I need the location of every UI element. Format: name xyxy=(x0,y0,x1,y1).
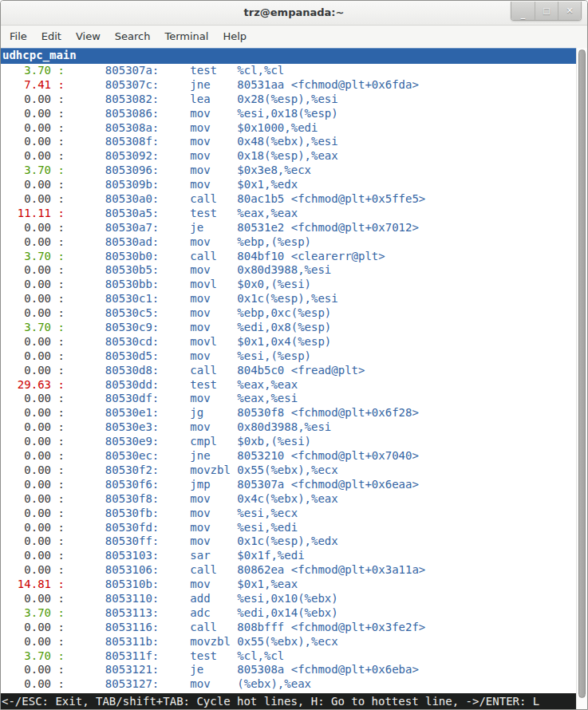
asm-row[interactable]: 0.00 : 80530f6: jmp 805307a <fchmod@plt+… xyxy=(1,478,576,492)
percent-cell: 3.70 xyxy=(1,606,51,621)
address-cell: 80530c5: xyxy=(71,306,159,321)
address-cell: 80530e9: xyxy=(71,435,159,449)
menu-file[interactable]: File xyxy=(2,26,34,48)
asm-row[interactable]: 0.00 : 80530fb: mov %esi,%ecx xyxy=(1,507,576,521)
asm-row[interactable]: 0.00 : 8053092: mov 0x18(%esp),%eax xyxy=(1,149,576,164)
asm-row[interactable]: 0.00 : 80530c5: mov %ebp,0xc(%esp) xyxy=(1,306,576,321)
instruction-cell: movl $0x0,(%esi) xyxy=(190,278,311,292)
menu-edit[interactable]: Edit xyxy=(34,26,69,48)
menu-terminal[interactable]: Terminal xyxy=(157,26,215,48)
address-cell: 805310b: xyxy=(71,578,159,592)
instruction-cell: je 805308a <fchmod@plt+0x6eba> xyxy=(190,663,419,677)
asm-row[interactable]: 0.00 : 80530bb: movl $0x0,(%esi) xyxy=(1,278,576,292)
instruction-cell: mov 0x18(%esp),%eax xyxy=(190,149,337,164)
separator: : xyxy=(51,663,71,677)
asm-row[interactable]: 3.70 : 80530b0: call 804bf10 <clearerr@p… xyxy=(1,250,576,264)
menu-view[interactable]: View xyxy=(69,26,108,48)
asm-row[interactable]: 0.00 : 8053110: add %esi,0x10(%ebx) xyxy=(1,592,576,606)
asm-row[interactable]: 3.70 : 8053096: mov $0x3e8,%ecx xyxy=(1,164,576,178)
asm-row[interactable]: 7.41 : 805307c: jne 80531aa <fchmod@plt+… xyxy=(1,78,576,93)
asm-row[interactable]: 14.81 : 805310b: mov $0x1,%eax xyxy=(1,578,576,592)
asm-row[interactable]: 0.00 : 80530c1: mov 0x1c(%esp),%esi xyxy=(1,292,576,306)
separator: : xyxy=(51,621,71,635)
percent-cell: 0.00 xyxy=(1,235,51,250)
separator: : xyxy=(51,250,71,264)
asm-row[interactable]: 0.00 : 80530e3: mov 0x80d3988,%esi xyxy=(1,420,576,435)
instruction-cell: test %eax,%eax xyxy=(190,378,298,392)
asm-row[interactable]: 0.00 : 80530fd: mov %esi,%edi xyxy=(1,521,576,535)
asm-row[interactable]: 0.00 : 8053103: sar $0x1f,%edi xyxy=(1,549,576,563)
percent-cell: 0.00 xyxy=(1,635,51,649)
menu-help[interactable]: Help xyxy=(215,26,254,48)
asm-row[interactable]: 0.00 : 80530ec: jne 8053210 <fchmod@plt+… xyxy=(1,449,576,463)
asm-row[interactable]: 0.00 : 8053082: lea 0x28(%esp),%esi xyxy=(1,93,576,107)
asm-row[interactable]: 0.00 : 80530a0: call 80ac1b5 <fchmod@plt… xyxy=(1,192,576,207)
titlebar[interactable]: trz@empanada:~ _ □ ✕ xyxy=(1,1,587,26)
address-cell: 8053106: xyxy=(71,563,159,578)
asm-row[interactable]: 0.00 : 80530d8: call 804b5c0 <fread@plt> xyxy=(1,364,576,378)
instruction-cell: mov $0x3e8,%ecx xyxy=(190,164,311,178)
address-cell: 8053121: xyxy=(71,663,159,677)
minimize-button[interactable]: _ xyxy=(511,2,535,20)
asm-row[interactable]: 0.00 : 8053121: je 805308a <fchmod@plt+0… xyxy=(1,663,576,677)
percent-cell: 14.81 xyxy=(1,578,51,592)
asm-row[interactable]: 0.00 : 80530b5: mov 0x80d3988,%esi xyxy=(1,263,576,278)
separator: : xyxy=(51,221,71,235)
menu-search[interactable]: Search xyxy=(108,26,158,48)
separator: : xyxy=(51,364,71,378)
separator: : xyxy=(51,578,71,592)
asm-row[interactable]: 0.00 : 80530e9: cmpl $0xb,(%esi) xyxy=(1,435,576,449)
asm-row[interactable]: 0.00 : 8053116: call 808bfff <fchmod@plt… xyxy=(1,621,576,635)
percent-cell: 0.00 xyxy=(1,563,51,578)
close-button[interactable]: ✕ xyxy=(558,2,581,20)
separator: : xyxy=(51,93,71,107)
asm-row[interactable]: 0.00 : 80530e1: jg 80530f8 <fchmod@plt+0… xyxy=(1,406,576,420)
asm-row[interactable]: 3.70 : 805307a: test %cl,%cl xyxy=(1,64,576,78)
asm-row[interactable]: 0.00 : 805309b: mov $0x1,%edx xyxy=(1,178,576,192)
instruction-cell: mov $0x1,%eax xyxy=(190,578,298,592)
percent-cell: 0.00 xyxy=(1,306,51,321)
scrollbar[interactable] xyxy=(576,48,587,709)
instruction-cell: mov %esi,%edi xyxy=(190,521,298,535)
percent-cell: 0.00 xyxy=(1,349,51,364)
asm-row[interactable]: 0.00 : 80530a7: je 80531e2 <fchmod@plt+0… xyxy=(1,221,576,235)
asm-row[interactable]: 0.00 : 80530df: mov %eax,%esi xyxy=(1,392,576,406)
asm-row[interactable]: 0.00 : 80530ff: mov 0x1c(%esp),%edx xyxy=(1,534,576,549)
asm-row[interactable]: 0.00 : 805311b: movzbl 0x55(%ebx),%ecx xyxy=(1,635,576,649)
function-header-row[interactable]: udhcpc_main xyxy=(1,48,576,64)
instruction-cell: add %esi,0x10(%ebx) xyxy=(190,592,337,606)
asm-row[interactable]: 0.00 : 80530cd: movl $0x1,0x4(%esp) xyxy=(1,335,576,349)
asm-row[interactable]: 0.00 : 8053086: mov %esi,0x18(%esp) xyxy=(1,107,576,121)
separator: : xyxy=(51,592,71,606)
asm-row[interactable]: 0.00 : 80530f2: movzbl 0x55(%ebx),%ecx xyxy=(1,463,576,478)
asm-row[interactable]: 3.70 : 805311f: test %cl,%cl xyxy=(1,649,576,664)
separator: : xyxy=(51,649,71,664)
address-cell: 8053127: xyxy=(71,677,159,692)
asm-row[interactable]: 0.00 : 80530d5: mov %esi,(%esp) xyxy=(1,349,576,364)
separator: : xyxy=(51,378,71,392)
asm-row[interactable]: 11.11 : 80530a5: test %eax,%eax xyxy=(1,207,576,221)
separator: : xyxy=(51,335,71,349)
instruction-cell: call 80ac1b5 <fchmod@plt+0x5ffe5> xyxy=(190,192,425,207)
asm-row[interactable]: 0.00 : 80530ad: mov %ebp,(%esp) xyxy=(1,235,576,250)
address-cell: 805311f: xyxy=(71,649,159,664)
percent-cell: 3.70 xyxy=(1,64,51,78)
scrollbar-thumb[interactable] xyxy=(578,49,586,698)
asm-row[interactable]: 0.00 : 8053127: mov (%ebx),%eax xyxy=(1,677,576,692)
instruction-cell: cmpl $0xb,(%esi) xyxy=(190,435,311,449)
terminal-screen[interactable]: udhcpc_main 3.70 : 805307a: test %cl,%cl… xyxy=(1,48,587,709)
asm-row[interactable]: 3.70 : 80530c9: mov %edi,0x8(%esp) xyxy=(1,321,576,335)
asm-row[interactable]: 0.00 : 80530f8: mov 0x4c(%ebx),%eax xyxy=(1,492,576,507)
asm-row[interactable]: 0.00 : 805308f: mov 0x48(%ebx),%esi xyxy=(1,135,576,149)
percent-cell: 0.00 xyxy=(1,121,51,136)
asm-row[interactable]: 0.00 : 805308a: mov $0x1000,%edi xyxy=(1,121,576,136)
address-cell: 80530f6: xyxy=(71,478,159,492)
percent-cell: 3.70 xyxy=(1,250,51,264)
asm-row[interactable]: 3.70 : 8053113: adc %edi,0x14(%ebx) xyxy=(1,606,576,621)
maximize-button[interactable]: □ xyxy=(535,2,558,20)
percent-cell: 0.00 xyxy=(1,592,51,606)
separator: : xyxy=(51,492,71,507)
asm-row[interactable]: 0.00 : 8053106: call 80862ea <fchmod@plt… xyxy=(1,563,576,578)
asm-row[interactable]: 29.63 : 80530dd: test %eax,%eax xyxy=(1,378,576,392)
address-cell: 8053096: xyxy=(71,164,159,178)
